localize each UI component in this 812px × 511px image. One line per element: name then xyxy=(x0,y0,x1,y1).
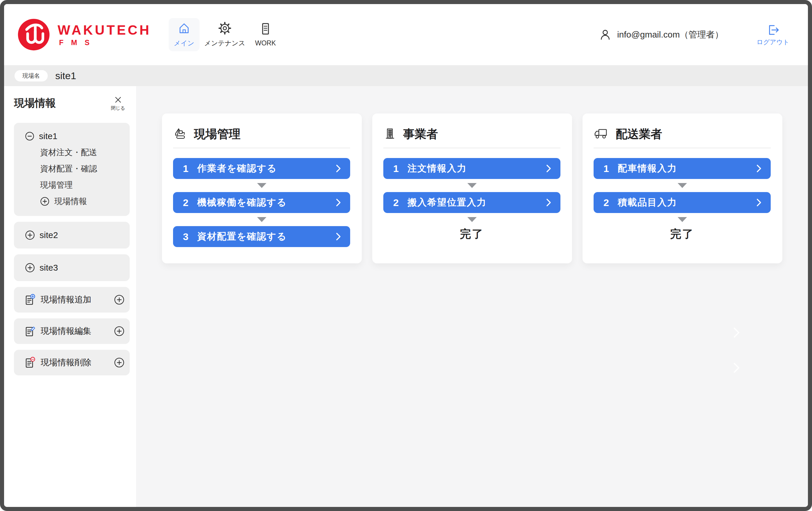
plus-circle-icon[interactable] xyxy=(114,357,124,368)
step-number: 2 xyxy=(183,197,188,208)
action-label: 現場情報追加 xyxy=(41,294,91,305)
sidebar-item-delete-site-info[interactable]: 現場情報削除 xyxy=(14,350,130,375)
step-label: 積載品目入力 xyxy=(618,196,677,209)
step-button-order-info-input[interactable]: 1 注文情報入力 xyxy=(383,158,560,179)
user-account: info@gmail.com（管理者） xyxy=(599,28,724,41)
brand: WAKUTECH FMS xyxy=(18,18,151,51)
main-content: 現場管理 1 作業者を確認する 2 機械稼働を確認する xyxy=(136,86,808,507)
card-title: 現場管理 xyxy=(194,126,240,142)
site-group-site1: site1 資材注文・配送 資材配置・確認 現場管理 xyxy=(14,123,130,216)
tree-item-label: 現場情報 xyxy=(54,196,87,207)
card-business-operator: 事業者 1 注文情報入力 2 搬入希望位置入力 xyxy=(372,113,572,263)
step-button-check-workers[interactable]: 1 作業者を確認する xyxy=(173,158,350,179)
brand-subtitle: FMS xyxy=(59,39,151,46)
step-label: 作業者を確認する xyxy=(197,162,277,175)
plus-circle-icon[interactable] xyxy=(114,326,124,337)
triangle-down-icon xyxy=(467,217,477,222)
tree-item-site-management[interactable]: 現場管理 xyxy=(14,177,130,193)
app-window: WAKUTECH FMS メイン xyxy=(0,0,812,511)
tree-item-material-order-delivery[interactable]: 資材注文・配送 xyxy=(14,144,130,161)
nav-item-work[interactable]: WORK xyxy=(250,18,281,51)
sidebar-item-edit-site-info[interactable]: 現場情報編集 xyxy=(14,318,130,344)
tree-item-site1[interactable]: site1 xyxy=(14,128,130,144)
nav-label: メンテナンス xyxy=(204,39,245,48)
excavator-icon xyxy=(173,127,187,141)
step-number: 1 xyxy=(393,163,399,174)
chevron-right-icon xyxy=(336,164,342,173)
step-button-check-material-placement[interactable]: 3 資材配置を確認する xyxy=(173,226,350,247)
site-name-label: site1 xyxy=(39,131,57,141)
document-icon xyxy=(259,22,272,36)
triangle-down-icon xyxy=(678,217,687,222)
plus-circle-icon xyxy=(25,230,35,240)
sidebar-groups: site1 資材注文・配送 資材配置・確認 現場管理 xyxy=(14,123,130,375)
document-add-icon xyxy=(24,294,35,306)
step-label: 配車情報入力 xyxy=(618,162,677,175)
brand-text: WAKUTECH FMS xyxy=(58,23,151,46)
step-label: 注文情報入力 xyxy=(407,162,467,175)
done-label: 完了 xyxy=(593,227,771,242)
nav-item-maintenance[interactable]: メンテナンス xyxy=(209,18,240,51)
nav-label: WORK xyxy=(255,39,276,47)
tree-item-material-placement-check[interactable]: 資材配置・確認 xyxy=(14,161,130,177)
step-number: 1 xyxy=(604,163,609,174)
sidebar-header: 現場情報 閉じる xyxy=(14,95,130,112)
action-label: 現場情報編集 xyxy=(41,325,91,337)
card-title: 事業者 xyxy=(403,126,438,142)
card-title-row: 配送業者 xyxy=(593,126,771,141)
site-group-site2[interactable]: site2 xyxy=(14,222,130,248)
tree-item-site-info[interactable]: 現場情報 xyxy=(14,193,130,210)
chevron-right-icon xyxy=(756,164,762,173)
main-nav: メイン メンテナンス xyxy=(169,18,281,51)
step-number: 1 xyxy=(183,163,188,174)
site-group-site3[interactable]: site3 xyxy=(14,254,130,281)
card-title: 配送業者 xyxy=(616,126,662,142)
nav-item-main[interactable]: メイン xyxy=(169,18,200,51)
step-button-check-machine-operation[interactable]: 2 機械稼働を確認する xyxy=(173,192,350,213)
step-button-carry-in-position-input[interactable]: 2 搬入希望位置入力 xyxy=(383,192,560,213)
tree-item-label: 資材配置・確認 xyxy=(40,163,97,174)
sidebar-close-button[interactable]: 閉じる xyxy=(109,95,127,112)
triangle-down-icon xyxy=(257,217,266,222)
step-number: 2 xyxy=(604,197,609,208)
user-email: info@gmail.com（管理者） xyxy=(617,29,724,41)
logout-button[interactable]: ログアウト xyxy=(755,23,791,47)
step-button-vehicle-info-input[interactable]: 1 配車情報入力 xyxy=(593,158,771,179)
chevron-right-icon xyxy=(336,198,342,207)
app-header: WAKUTECH FMS メイン xyxy=(4,4,808,65)
done-label: 完了 xyxy=(383,227,560,242)
sidebar-item-add-site-info[interactable]: 現場情報追加 xyxy=(14,287,130,313)
step-button-loaded-items-input[interactable]: 2 積載品目入力 xyxy=(593,192,771,213)
home-icon xyxy=(177,22,191,36)
triangle-down-icon xyxy=(467,183,477,188)
card-title-row: 事業者 xyxy=(383,126,560,141)
plus-circle-icon[interactable] xyxy=(114,295,124,305)
divider xyxy=(173,148,350,148)
action-label: 現場情報削除 xyxy=(41,357,91,369)
triangle-down-icon xyxy=(678,183,687,188)
site-name-tag: 現場名 xyxy=(14,70,48,81)
divider xyxy=(593,148,771,148)
chevron-right-icon xyxy=(546,164,552,173)
sidebar-title: 現場情報 xyxy=(14,96,56,110)
step-label: 資材配置を確認する xyxy=(197,230,287,243)
wakutech-logo-icon xyxy=(18,18,50,51)
close-icon xyxy=(113,95,123,105)
triangle-down-icon xyxy=(257,183,266,188)
breadcrumb: 現場名 site1 xyxy=(4,65,808,86)
document-delete-icon xyxy=(24,356,35,369)
chevron-right-watermark xyxy=(733,326,741,340)
plus-circle-icon xyxy=(40,197,50,206)
document-edit-icon xyxy=(24,325,35,337)
logout-label: ログアウト xyxy=(756,38,789,47)
nav-label: メイン xyxy=(174,39,194,48)
truck-icon xyxy=(593,128,609,140)
step-label: 機械稼働を確認する xyxy=(197,196,287,209)
site-name-label: site2 xyxy=(39,230,58,240)
chevron-right-icon xyxy=(756,198,762,207)
step-number: 2 xyxy=(393,197,399,208)
gear-icon xyxy=(218,22,232,36)
tree-item-label: 資材注文・配送 xyxy=(40,147,97,158)
site-info-sidebar: 現場情報 閉じる xyxy=(4,86,136,507)
tree-item-label: 現場管理 xyxy=(40,180,73,191)
